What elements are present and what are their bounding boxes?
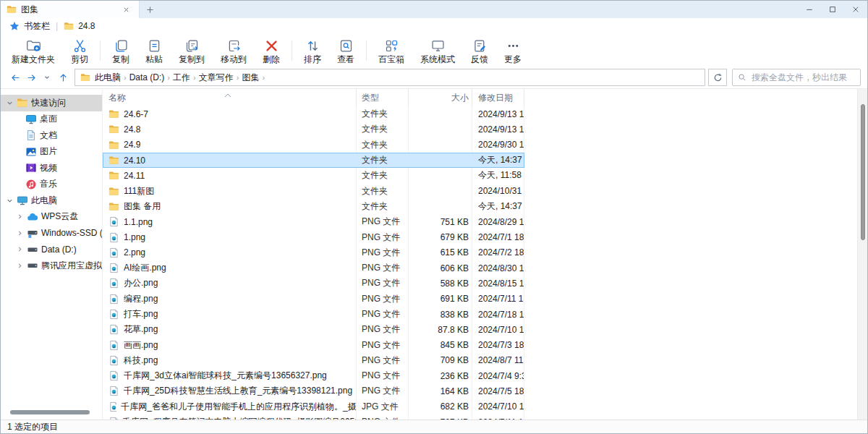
chevron-right-icon[interactable]	[15, 229, 24, 237]
table-row[interactable]: 办公.pngPNG 文件588 KB2024/8/15 17:...	[103, 276, 524, 291]
row-type-cell: 文件夹	[357, 106, 409, 122]
table-row[interactable]: 1.pngPNG 文件679 KB2024/7/1 18:04	[103, 229, 524, 244]
table-row[interactable]: 111新图文件夹2024/10/31 1...	[103, 183, 524, 198]
vertical-scrollbar[interactable]	[857, 89, 867, 420]
sidebar-item-此电脑[interactable]: 此电脑	[1, 192, 102, 209]
toolbox-button[interactable]: 百宝箱	[370, 34, 412, 67]
copy-button[interactable]: 复制	[104, 34, 137, 67]
search-box[interactable]	[732, 69, 861, 86]
system-mode-button[interactable]: 系统模式	[412, 34, 463, 67]
table-row[interactable]: 图集 备用文件夹今天, 14:37	[103, 199, 524, 214]
row-date-cell: 今天, 11:58	[472, 168, 524, 183]
breadcrumb-segments: 此电脑›Data (D:)›工作›文章写作›图集›	[93, 72, 265, 84]
breadcrumb-segment[interactable]: 工作	[171, 72, 192, 84]
table-row[interactable]: AI绘画.pngPNG 文件606 KB2024/8/30 12:...	[103, 260, 524, 276]
row-size-cell	[409, 199, 472, 214]
refresh-button[interactable]	[708, 69, 727, 86]
delete-button[interactable]: 删除	[255, 34, 288, 67]
sidebar-item-data--d--[interactable]: Data (D:)	[1, 242, 102, 258]
bookmark-item[interactable]: 24.8	[78, 21, 95, 31]
table-row[interactable]: 科技.pngPNG 文件709 KB2024/8/7 11:35	[103, 353, 524, 368]
sidebar-item-wps云盘[interactable]: WPS云盘	[1, 209, 102, 226]
copy-icon	[114, 38, 129, 54]
column-header-size[interactable]: 大小	[409, 89, 472, 106]
new-tab-button[interactable]	[140, 1, 160, 18]
chevron-down-icon[interactable]	[5, 98, 14, 107]
table-row[interactable]: 画画.pngPNG 文件845 KB2024/7/3 18:30	[103, 337, 524, 352]
toolbox-button-label: 百宝箱	[378, 55, 404, 64]
chevron-right-icon[interactable]	[15, 245, 24, 254]
row-name-cell: 办公.png	[103, 276, 357, 291]
folder-icon	[7, 4, 17, 14]
row-type-cell: PNG 文件	[357, 245, 409, 260]
table-row[interactable]: 24.6-7文件夹2024/9/13 14:...	[103, 106, 524, 122]
row-size-cell: 682 KB	[409, 399, 472, 414]
cloud-icon	[27, 211, 38, 223]
sidebar-item-桌面[interactable]: 桌面	[1, 111, 102, 128]
search-input[interactable]	[750, 72, 855, 83]
sidebar-item-图片[interactable]: 图片	[1, 144, 102, 161]
feedback-button[interactable]: 反馈	[463, 34, 496, 67]
up-button[interactable]	[55, 69, 71, 85]
sidebar-item-windows-ssd--c--[interactable]: Windows-SSD (C:)	[1, 225, 102, 242]
copy-to-button[interactable]: 复制到	[171, 34, 213, 67]
chevron-right-icon[interactable]	[15, 213, 24, 221]
folder-icon	[17, 97, 28, 109]
breadcrumb-segment[interactable]: 图集	[239, 72, 261, 84]
chevron-down-icon[interactable]	[5, 196, 14, 205]
table-row[interactable]: 24.10文件夹今天, 14:37	[103, 153, 524, 168]
forward-button[interactable]	[23, 69, 39, 85]
table-row[interactable]: 花草.pngPNG 文件87.8 KB2024/7/10 13:...	[103, 322, 524, 337]
table-row[interactable]: 千库网_3d立体ai智能球科技_元素编号13656327.pngPNG 文件23…	[103, 368, 524, 383]
tab-close-icon[interactable]	[119, 1, 133, 18]
more-button-label: 更多	[504, 55, 522, 64]
column-header-type[interactable]: 类型	[357, 89, 409, 106]
sidebar-item-视频[interactable]: 视频	[1, 160, 102, 176]
sidebar-item-快速访问[interactable]: 快速访问	[1, 95, 102, 111]
folder-icon	[64, 21, 74, 31]
breadcrumb-segment[interactable]: 文章写作	[197, 72, 236, 84]
row-date-cell: 2024/7/4 9:37	[472, 368, 524, 383]
documents-icon	[25, 129, 37, 141]
table-row[interactable]: 2.pngPNG 文件615 KB2024/7/2 18:04	[103, 245, 524, 260]
table-row[interactable]: 编程.pngPNG 文件691 KB2024/7/11 18:...	[103, 292, 524, 307]
breadcrumb[interactable]: 此电脑›Data (D:)›工作›文章写作›图集›	[75, 69, 705, 86]
back-button[interactable]	[7, 69, 23, 85]
table-row[interactable]: 24.8文件夹2024/9/13 14:...	[103, 122, 524, 137]
table-row[interactable]: 24.9文件夹2024/9/30 18:...	[103, 137, 524, 153]
cut-button[interactable]: 剪切	[63, 34, 96, 67]
sort-button[interactable]: 排序	[296, 34, 329, 67]
history-chevron-down-icon[interactable]	[39, 69, 55, 85]
sidebar-item-音乐[interactable]: 音乐	[1, 176, 102, 193]
table-row[interactable]: 打车.pngPNG 文件838 KB2024/7/18 12:...	[103, 307, 524, 322]
minimize-button[interactable]	[798, 1, 821, 18]
file-name: 科技.png	[124, 354, 158, 367]
sidebar-item-文档[interactable]: 文档	[1, 127, 102, 144]
toolbar-group: 百宝箱系统模式反馈更多	[370, 34, 529, 67]
breadcrumb-segment[interactable]: Data (D:)	[127, 72, 167, 82]
table-row[interactable]: 24.11文件夹今天, 11:58	[103, 168, 524, 183]
vertical-scrollbar-thumb[interactable]	[861, 104, 865, 240]
close-button[interactable]	[844, 1, 867, 18]
table-row[interactable]: 1.1.pngPNG 文件751 KB2024/8/29 14:...	[103, 214, 524, 229]
sidebar-horizontal-scrollbar-thumb[interactable]	[10, 410, 90, 414]
sidebar-item-腾讯应用宝虚拟磁盘--t--[interactable]: 腾讯应用宝虚拟磁盘 (T:)	[1, 258, 102, 274]
chevron-right-icon[interactable]	[15, 261, 24, 270]
breadcrumb-separator: ›	[261, 73, 265, 82]
videos-icon	[25, 162, 37, 174]
more-button[interactable]: 更多	[496, 34, 529, 67]
bookmark-bar-label[interactable]: 书签栏	[24, 20, 50, 33]
move-to-button[interactable]: 移动到	[213, 34, 255, 67]
paste-button[interactable]: 粘贴	[137, 34, 171, 67]
column-header-name[interactable]: 名称	[103, 89, 357, 106]
table-row[interactable]: 千库网_程序员在笔记本电脑上编写编程代码_摄影图编号20511011.pngPN…	[103, 414, 524, 420]
new-folder-button[interactable]: 新建文件夹	[4, 34, 63, 67]
tab-active[interactable]: 图集	[1, 1, 140, 18]
table-row[interactable]: 千库网_25D科技智慧生活线上教育_元素编号13398121.pngPNG 文件…	[103, 383, 524, 399]
view-button[interactable]: 查看	[329, 34, 362, 67]
sidebar-item-label: 此电脑	[31, 195, 57, 207]
maximize-button[interactable]	[821, 1, 844, 18]
breadcrumb-segment[interactable]: 此电脑	[93, 72, 123, 84]
column-header-date[interactable]: 修改日期	[472, 89, 524, 106]
table-row[interactable]: 千库网_爸爸和儿子使用智能手机上的应用程序识别植物。_摄影图编号1841217.…	[103, 399, 524, 414]
